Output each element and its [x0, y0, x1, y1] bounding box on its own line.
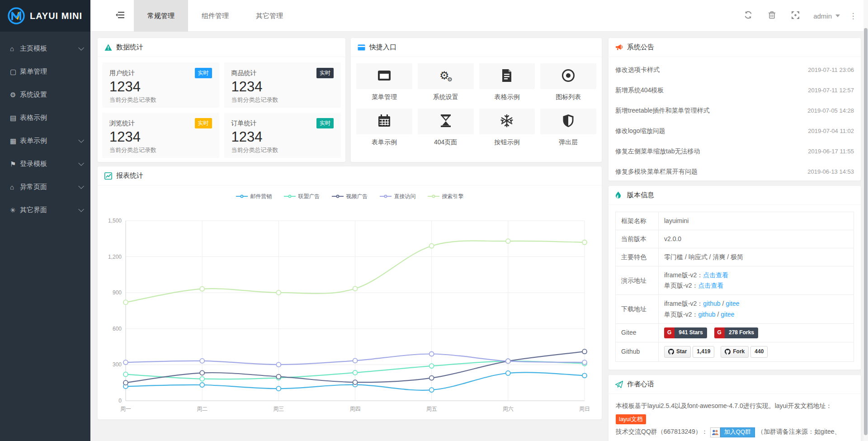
scrollbar-thumb[interactable]	[864, 28, 868, 435]
stat-box-商品统计: 商品统计实时1234当前分类总记录数	[224, 62, 341, 108]
data-point[interactable]	[429, 364, 434, 368]
demo-single-link[interactable]: 点击查看	[698, 282, 723, 289]
quick-entry-图标列表[interactable]: 图标列表	[540, 63, 596, 101]
sidebar-item-菜单管理[interactable]: ▢菜单管理	[0, 60, 90, 83]
svg-text:周四: 周四	[350, 406, 361, 412]
clear-cache-button[interactable]	[760, 0, 783, 32]
layui-doc-badge[interactable]: layui文档	[616, 414, 646, 424]
notice-item[interactable]: 修复多模块菜单栏展开有问题2019-06-13 14:53	[615, 161, 854, 182]
stat-desc: 当前分类总记录数	[231, 96, 334, 104]
quick-entry-系统设置[interactable]: ⚙⚙系统设置	[418, 63, 474, 101]
quick-entry-表单示例[interactable]: 表单示例	[356, 109, 412, 147]
github-star-count[interactable]: 1,419	[693, 346, 714, 358]
quick-entry-菜单管理[interactable]: 菜单管理	[356, 63, 412, 101]
table-row: Github Star 1,419 Fork 4	[616, 342, 854, 361]
notice-card-header: 系统公告	[609, 38, 861, 57]
legend-label: 视频广告	[346, 193, 368, 200]
data-point[interactable]	[353, 358, 358, 363]
github-star-button[interactable]: Star	[664, 346, 691, 358]
notice-item[interactable]: 新增treetable插件和菜单管理样式2019-07-05 14:28	[615, 100, 854, 121]
data-point[interactable]	[200, 383, 204, 387]
author-text: 本模板基于layui2.5.4以及font-awesome-4.7.0进行实现。…	[609, 394, 861, 441]
page-scrollbar[interactable]	[863, 0, 868, 441]
quick-entry-404页面[interactable]: 404页面	[418, 109, 474, 147]
sidebar-item-登录模板[interactable]: ⚑登录模板	[0, 152, 90, 175]
github-fork-count[interactable]: 440	[750, 346, 768, 358]
notice-item[interactable]: 修改选项卡样式2019-07-11 23:06	[615, 60, 854, 80]
row-value: iframe版-v2：github / gitee 单页版-v2：github …	[659, 295, 854, 323]
more-menu-button[interactable]: ⋮	[846, 11, 860, 21]
quick-entry-card: 快捷入口 菜单管理⚙⚙系统设置表格示例图标列表表单示例404页面按钮示例弹出层	[350, 38, 602, 162]
download-gitee-link[interactable]: gitee	[726, 300, 739, 307]
stat-box-浏览统计: 浏览统计实时1234当前分类总记录数	[102, 113, 219, 158]
collapse-menu-button[interactable]	[107, 0, 134, 32]
logo-bar[interactable]: LAYUI MINI	[0, 0, 90, 32]
data-point[interactable]	[429, 352, 434, 356]
sidebar-item-异常页面[interactable]: ⌂异常页面	[0, 175, 90, 199]
data-point[interactable]	[353, 380, 358, 384]
data-point[interactable]	[582, 373, 587, 378]
data-point[interactable]	[276, 386, 281, 391]
join-qq-group-button[interactable]: 加入QQ群	[710, 427, 755, 437]
gitee-forks-badge[interactable]: G 278 Forks	[714, 327, 758, 338]
data-point[interactable]	[123, 360, 128, 365]
data-point[interactable]	[582, 349, 587, 354]
data-point[interactable]	[123, 380, 128, 385]
data-point[interactable]	[506, 239, 510, 243]
top-header: 常规管理组件管理其它管理	[90, 0, 868, 32]
stat-value: 1234	[109, 129, 212, 145]
data-point[interactable]	[582, 240, 587, 245]
chevron-down-icon	[78, 137, 84, 143]
data-point[interactable]	[200, 370, 204, 375]
quick-entry-label: 图标列表	[540, 93, 596, 101]
notice-title: 修改选项卡样式	[615, 66, 660, 74]
quick-entry-弹出层[interactable]: 弹出层	[540, 109, 596, 147]
data-point[interactable]	[276, 290, 281, 295]
tab-其它管理[interactable]: 其它管理	[242, 0, 297, 32]
sidebar-item-表格示例[interactable]: ▤表格示例	[0, 106, 90, 129]
data-point[interactable]	[200, 287, 204, 291]
row-label: Gitee	[616, 323, 659, 342]
sidebar-item-其它界面[interactable]: ✳其它界面	[0, 199, 90, 222]
refresh-button[interactable]	[736, 0, 760, 32]
gears-icon: ⚙	[10, 91, 20, 99]
data-point[interactable]	[506, 371, 510, 375]
svg-text:周五: 周五	[426, 406, 437, 412]
notice-item[interactable]: 修改logo缩放问题2019-07-04 11:02	[615, 121, 854, 141]
quick-entry-按钮示例[interactable]: 按钮示例	[479, 109, 535, 147]
notice-item[interactable]: 修复左侧菜单缩放tab无法移动2019-06-17 11:55	[615, 141, 854, 161]
data-point[interactable]	[429, 388, 434, 392]
data-point[interactable]	[200, 359, 204, 363]
sidebar-item-系统设置[interactable]: ⚙系统设置	[0, 83, 90, 106]
quick-entry-表格示例[interactable]: 表格示例	[479, 63, 535, 101]
demo-iframe-link[interactable]: 点击查看	[703, 271, 728, 279]
legend-item-邮件营销[interactable]: 邮件营销	[236, 193, 272, 200]
legend-item-搜索引擎[interactable]: 搜索引擎	[428, 193, 464, 200]
tab-组件管理[interactable]: 组件管理	[188, 0, 242, 32]
github-fork-button[interactable]: Fork	[721, 346, 749, 358]
download-github-link[interactable]: github	[698, 311, 715, 318]
data-point[interactable]	[353, 370, 358, 375]
data-point[interactable]	[582, 360, 587, 365]
data-point[interactable]	[123, 300, 128, 304]
sidebar-item-主页模板[interactable]: ⌂主页模板	[0, 37, 90, 60]
data-point[interactable]	[123, 372, 128, 377]
data-point[interactable]	[276, 362, 281, 367]
user-menu[interactable]: admin	[807, 0, 846, 32]
legend-item-视频广告[interactable]: 视频广告	[332, 193, 368, 200]
download-github-link[interactable]: github	[703, 300, 720, 307]
data-point[interactable]	[429, 376, 434, 380]
tab-常规管理[interactable]: 常规管理	[134, 0, 188, 32]
download-gitee-link[interactable]: gitee	[721, 311, 734, 318]
data-point[interactable]	[276, 375, 281, 379]
data-point[interactable]	[506, 359, 510, 363]
data-point[interactable]	[429, 244, 434, 248]
gitee-stars-badge[interactable]: G 941 Stars	[664, 327, 707, 338]
data-point[interactable]	[200, 377, 204, 381]
sidebar-item-表单示例[interactable]: ▦表单示例	[0, 129, 90, 152]
notice-item[interactable]: 新增系统404模板2019-07-11 12:57	[615, 80, 854, 100]
fullscreen-button[interactable]	[783, 0, 807, 32]
legend-item-直接访问[interactable]: 直接访问	[380, 193, 416, 200]
data-point[interactable]	[353, 286, 358, 291]
legend-item-联盟广告[interactable]: 联盟广告	[284, 193, 320, 200]
